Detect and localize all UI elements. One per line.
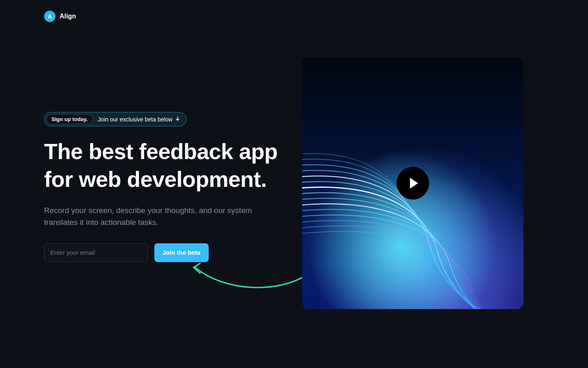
pill-label: Join our exclusive beta below <box>98 116 173 123</box>
demo-video-panel[interactable] <box>302 57 523 309</box>
hero-left-column: Sign up today. Join our exclusive beta b… <box>44 112 297 262</box>
pill-badge: Sign up today. <box>46 114 93 124</box>
signup-form: Join the beta <box>44 243 297 262</box>
email-field[interactable] <box>44 243 148 262</box>
join-beta-button[interactable]: Join the beta <box>154 243 209 262</box>
brand-name: Align <box>60 13 76 20</box>
pill-label-wrapper: Join our exclusive beta below <box>98 116 181 123</box>
decorative-arrow-icon <box>188 258 310 295</box>
play-button[interactable] <box>396 167 429 200</box>
arrow-down-icon <box>175 116 180 123</box>
beta-announcement-pill[interactable]: Sign up today. Join our exclusive beta b… <box>44 112 187 126</box>
hero-subhead: Record your screen, describe your though… <box>44 204 273 229</box>
hero-headline: The best feedback app for web developmen… <box>44 138 297 193</box>
header: Align <box>44 11 76 22</box>
logo-icon <box>44 11 56 22</box>
play-icon <box>410 178 418 188</box>
